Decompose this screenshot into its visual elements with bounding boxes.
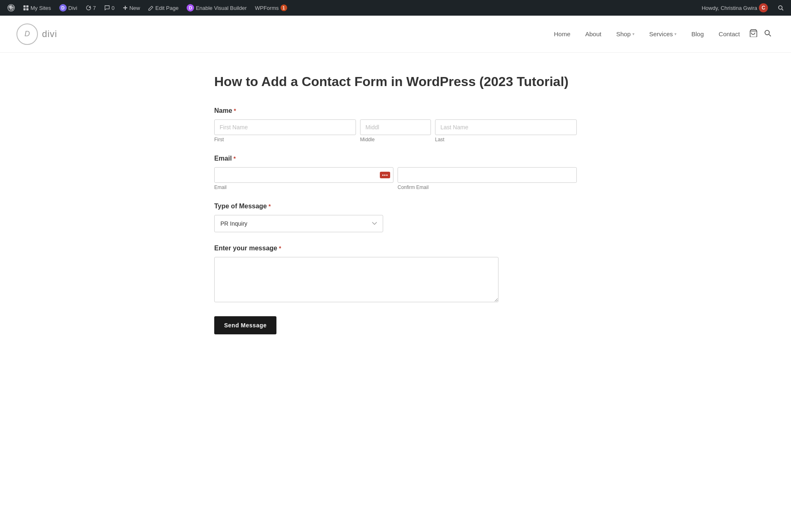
enable-visual-builder-item[interactable]: D Enable Visual Builder xyxy=(183,0,250,16)
site-nav: Home About Shop ▾ Services ▾ Blog Contac… xyxy=(548,26,775,42)
svg-point-7 xyxy=(779,6,782,9)
nav-blog[interactable]: Blog xyxy=(686,27,709,41)
shop-chevron-icon: ▾ xyxy=(632,32,634,36)
nav-about-label: About xyxy=(585,30,601,37)
email-input-container: ••• xyxy=(214,167,393,183)
email-required-star: * xyxy=(234,155,236,162)
enable-visual-builder-label: Enable Visual Builder xyxy=(196,5,246,11)
message-textarea[interactable] xyxy=(214,257,498,302)
message-type-label: Type of Message * xyxy=(214,203,577,210)
updates-count: 7 xyxy=(93,5,96,11)
nav-about[interactable]: About xyxy=(579,27,607,41)
name-required-star: * xyxy=(234,107,236,114)
wpforms-label: WPForms xyxy=(255,5,279,11)
nav-home[interactable]: Home xyxy=(548,27,576,41)
my-sites-icon xyxy=(23,5,29,11)
confirm-email-field-wrap: Confirm Email xyxy=(398,167,577,190)
search-admin-icon xyxy=(778,5,784,11)
new-label: New xyxy=(129,5,140,11)
middle-name-wrap: Middle xyxy=(360,119,431,142)
svg-rect-1 xyxy=(23,5,26,7)
send-section: Send Message xyxy=(214,316,577,334)
services-chevron-icon: ▾ xyxy=(674,32,676,36)
svg-rect-2 xyxy=(26,5,28,7)
message-required-star: * xyxy=(279,245,281,252)
wp-logo-icon xyxy=(7,4,15,12)
confirm-email-input[interactable] xyxy=(398,167,577,183)
first-name-input[interactable] xyxy=(214,119,356,135)
message-section: Enter your message * xyxy=(214,245,577,304)
logo-circle: D xyxy=(16,23,38,45)
site-logo[interactable]: D divi xyxy=(16,23,57,45)
nav-blog-label: Blog xyxy=(691,30,704,37)
name-section: Name * First Middle Last xyxy=(214,107,577,142)
divi-icon: D xyxy=(59,4,67,12)
wpforms-item[interactable]: WPForms 1 xyxy=(252,0,290,16)
nav-services-label: Services xyxy=(649,30,673,37)
search-admin-item[interactable] xyxy=(775,0,787,16)
last-name-wrap: Last xyxy=(435,119,577,142)
new-item[interactable]: New xyxy=(119,0,143,16)
message-label-text: Enter your message xyxy=(214,245,277,252)
message-label: Enter your message * xyxy=(214,245,577,252)
middle-name-input[interactable] xyxy=(360,119,431,135)
wp-logo-item[interactable] xyxy=(4,0,18,16)
svg-rect-3 xyxy=(23,8,26,10)
last-name-input[interactable] xyxy=(435,119,577,135)
email-sublabel: Email xyxy=(214,184,393,190)
comments-icon xyxy=(104,5,110,11)
email-label: Email * xyxy=(214,155,577,162)
comments-item[interactable]: 0 xyxy=(101,0,118,16)
comments-count: 0 xyxy=(112,5,115,11)
howdy-item[interactable]: Howdy, Christina Gwira C xyxy=(698,0,771,16)
my-sites-label: My Sites xyxy=(30,5,51,11)
search-nav-icon[interactable] xyxy=(761,26,775,42)
message-type-select[interactable]: PR Inquiry General Inquiry Support Other xyxy=(214,215,383,232)
email-label-text: Email xyxy=(214,155,232,162)
email-field-wrap: ••• Email xyxy=(214,167,393,190)
main-content: How to Add a Contact Form in WordPress (… xyxy=(198,73,593,334)
divi-item[interactable]: D Divi xyxy=(56,0,81,16)
middle-name-sublabel: Middle xyxy=(360,137,431,142)
confirm-email-sublabel: Confirm Email xyxy=(398,184,577,190)
cart-icon[interactable] xyxy=(749,29,757,39)
svg-rect-4 xyxy=(26,8,28,10)
nav-home-label: Home xyxy=(554,30,570,37)
nav-shop-label: Shop xyxy=(616,30,631,37)
updates-icon xyxy=(86,5,91,11)
email-dots-badge: ••• xyxy=(380,172,390,178)
edit-page-label: Edit Page xyxy=(155,5,178,11)
avatar: C xyxy=(759,3,768,12)
nav-services[interactable]: Services ▾ xyxy=(644,27,683,41)
last-name-sublabel: Last xyxy=(435,137,577,142)
admin-bar-right: Howdy, Christina Gwira C xyxy=(698,0,787,16)
name-fields: First Middle Last xyxy=(214,119,577,142)
logo-letter: D xyxy=(25,30,30,38)
admin-bar: My Sites D Divi 7 0 New Edit Page D Enab… xyxy=(0,0,791,16)
edit-icon xyxy=(148,5,154,11)
my-sites-item[interactable]: My Sites xyxy=(20,0,54,16)
first-name-sublabel: First xyxy=(214,137,356,142)
email-fields: ••• Email Confirm Email xyxy=(214,167,577,190)
svg-line-8 xyxy=(782,9,784,11)
name-label: Name * xyxy=(214,107,577,114)
divi-label: Divi xyxy=(68,5,77,11)
name-label-text: Name xyxy=(214,107,232,114)
email-input[interactable] xyxy=(214,167,393,183)
edit-page-item[interactable]: Edit Page xyxy=(145,0,182,16)
logo-text: divi xyxy=(42,29,57,40)
svg-line-11 xyxy=(769,35,771,37)
first-name-wrap: First xyxy=(214,119,356,142)
new-icon xyxy=(123,5,128,10)
send-button[interactable]: Send Message xyxy=(214,316,276,334)
site-header: D divi Home About Shop ▾ Services ▾ Blog xyxy=(0,16,791,53)
nav-contact-label: Contact xyxy=(718,30,740,37)
evb-icon: D xyxy=(187,4,194,12)
howdy-text: Howdy, Christina Gwira xyxy=(702,5,757,11)
updates-item[interactable]: 7 xyxy=(82,0,99,16)
admin-bar-left: My Sites D Divi 7 0 New Edit Page D Enab… xyxy=(4,0,698,16)
message-type-required-star: * xyxy=(269,203,271,210)
message-type-section: Type of Message * PR Inquiry General Inq… xyxy=(214,203,577,232)
nav-shop[interactable]: Shop ▾ xyxy=(611,27,640,41)
nav-contact[interactable]: Contact xyxy=(713,27,746,41)
